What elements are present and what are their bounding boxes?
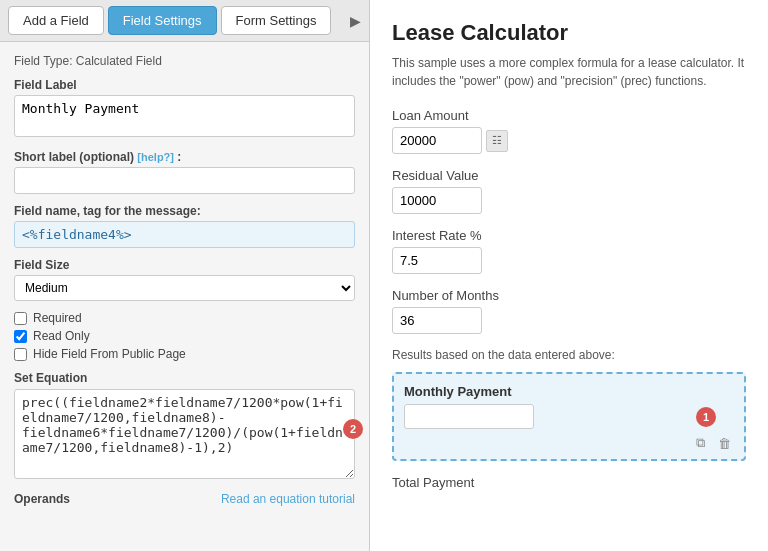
tutorial-link[interactable]: Read an equation tutorial (221, 492, 355, 506)
num-months-field: Number of Months (392, 288, 746, 334)
loan-amount-input-group: ☷ (392, 127, 746, 154)
readonly-label: Read Only (33, 329, 90, 343)
short-label-help-link[interactable]: [help?] (137, 151, 174, 163)
field-size-group: Field Size Small Medium Large (14, 258, 355, 301)
operands-row: Operands Read an equation tutorial (14, 492, 355, 506)
checkboxes-group: Required Read Only Hide Field From Publi… (14, 311, 355, 361)
right-panel: Lease Calculator This sample uses a more… (370, 0, 768, 551)
short-label-group: Short label (optional) [help?] : (14, 150, 355, 194)
residual-value-field: Residual Value (392, 168, 746, 214)
monthly-payment-highlighted: Monthly Payment 1 ⧉ 🗑 (392, 372, 746, 461)
description: This sample uses a more complex formula … (392, 54, 746, 90)
loan-amount-icon[interactable]: ☷ (486, 130, 508, 152)
loan-amount-field: Loan Amount ☷ (392, 108, 746, 154)
field-size-label: Field Size (14, 258, 355, 272)
field-label-label: Field Label (14, 78, 355, 92)
page-title: Lease Calculator (392, 20, 746, 46)
equation-textarea[interactable] (14, 389, 355, 479)
num-months-label: Number of Months (392, 288, 746, 303)
copy-icon[interactable]: ⧉ (690, 433, 710, 453)
monthly-payment-label: Monthly Payment (404, 384, 734, 399)
required-row: Required (14, 311, 355, 325)
required-label: Required (33, 311, 82, 325)
short-label-label: Short label (optional) [help?] : (14, 150, 355, 164)
hide-field-label: Hide Field From Public Page (33, 347, 186, 361)
required-checkbox[interactable] (14, 312, 27, 325)
total-payment-label: Total Payment (392, 475, 746, 490)
tab-arrow-icon[interactable]: ▶ (350, 13, 361, 29)
equation-group: Set Equation 2 (14, 371, 355, 482)
readonly-row: Read Only (14, 329, 355, 343)
residual-value-input[interactable] (392, 187, 482, 214)
interest-rate-field: Interest Rate % (392, 228, 746, 274)
equation-badge: 2 (343, 419, 363, 439)
field-name-group: Field name, tag for the message: <%field… (14, 204, 355, 248)
num-months-input[interactable] (392, 307, 482, 334)
field-size-select[interactable]: Small Medium Large (14, 275, 355, 301)
hide-field-checkbox[interactable] (14, 348, 27, 361)
loan-amount-label: Loan Amount (392, 108, 746, 123)
form-content: Field Type: Calculated Field Field Label… (0, 42, 369, 551)
tab-bar: Add a Field Field Settings Form Settings… (0, 0, 369, 42)
field-label-input[interactable]: Monthly Payment (14, 95, 355, 137)
field-name-tag: <%fieldname4%> (14, 221, 355, 248)
field-label-group: Field Label Monthly Payment (14, 78, 355, 140)
loan-amount-input[interactable] (392, 127, 482, 154)
interest-rate-label: Interest Rate % (392, 228, 746, 243)
highlighted-field-icons: ⧉ 🗑 (404, 433, 734, 453)
monthly-payment-input[interactable] (404, 404, 534, 429)
delete-icon[interactable]: 🗑 (714, 433, 734, 453)
left-panel: Add a Field Field Settings Form Settings… (0, 0, 370, 551)
results-label: Results based on the data entered above: (392, 348, 746, 362)
residual-value-label: Residual Value (392, 168, 746, 183)
field-type-label: Field Type: Calculated Field (14, 54, 355, 68)
total-payment-field: Total Payment (392, 475, 746, 490)
set-equation-label: Set Equation (14, 371, 355, 385)
tab-add-field[interactable]: Add a Field (8, 6, 104, 35)
hide-field-row: Hide Field From Public Page (14, 347, 355, 361)
tab-form-settings[interactable]: Form Settings (221, 6, 332, 35)
equation-wrapper: 2 (14, 389, 355, 482)
short-label-input[interactable] (14, 167, 355, 194)
operands-label: Operands (14, 492, 70, 506)
readonly-checkbox[interactable] (14, 330, 27, 343)
interest-rate-input[interactable] (392, 247, 482, 274)
monthly-payment-badge: 1 (696, 407, 716, 427)
tab-field-settings[interactable]: Field Settings (108, 6, 217, 35)
field-name-label: Field name, tag for the message: (14, 204, 355, 218)
